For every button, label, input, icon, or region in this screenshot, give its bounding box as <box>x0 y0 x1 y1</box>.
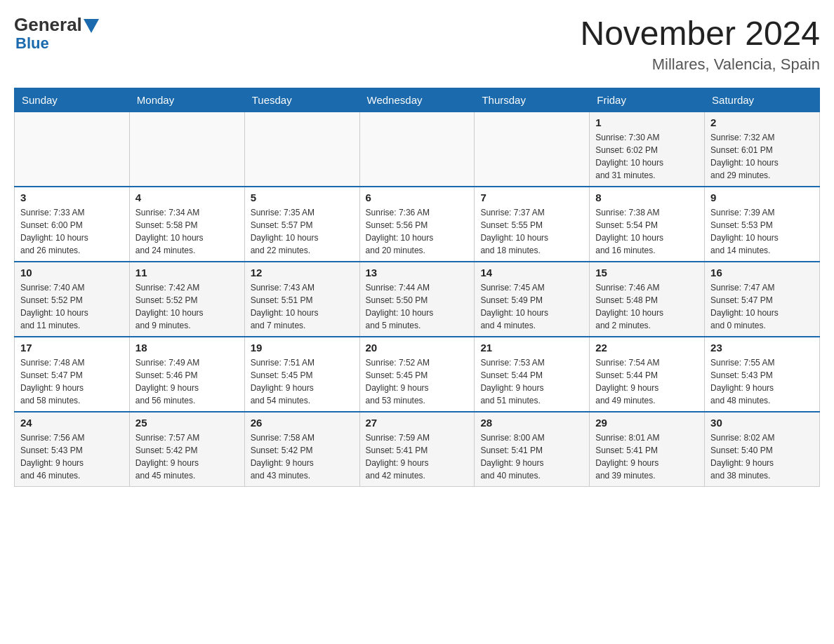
calendar-cell: 8Sunrise: 7:38 AMSunset: 5:54 PMDaylight… <box>590 187 705 262</box>
location-subtitle: Millares, Valencia, Spain <box>580 55 820 74</box>
day-info: Sunrise: 7:53 AMSunset: 5:44 PMDaylight:… <box>480 356 583 407</box>
day-number: 10 <box>20 267 124 279</box>
page-header: General Blue November 2024 Millares, Val… <box>14 14 820 74</box>
day-number: 5 <box>251 192 354 203</box>
calendar-cell: 25Sunrise: 7:57 AMSunset: 5:42 PMDayligh… <box>129 412 244 487</box>
logo-blue-text: Blue <box>15 34 49 53</box>
day-info: Sunrise: 7:42 AMSunset: 5:52 PMDaylight:… <box>135 281 239 332</box>
calendar-header-sunday: Sunday <box>15 88 130 112</box>
day-number: 14 <box>480 267 583 279</box>
calendar-cell: 14Sunrise: 7:45 AMSunset: 5:49 PMDayligh… <box>475 262 590 337</box>
calendar-cell: 21Sunrise: 7:53 AMSunset: 5:44 PMDayligh… <box>475 337 590 412</box>
calendar-cell: 5Sunrise: 7:35 AMSunset: 5:57 PMDaylight… <box>244 187 359 262</box>
day-number: 4 <box>135 192 239 203</box>
calendar-cell: 23Sunrise: 7:55 AMSunset: 5:43 PMDayligh… <box>705 337 820 412</box>
day-info: Sunrise: 7:44 AMSunset: 5:50 PMDaylight:… <box>366 281 469 332</box>
calendar-cell: 12Sunrise: 7:43 AMSunset: 5:51 PMDayligh… <box>244 262 359 337</box>
calendar-cell: 27Sunrise: 7:59 AMSunset: 5:41 PMDayligh… <box>359 412 475 487</box>
calendar-header-saturday: Saturday <box>705 88 820 112</box>
calendar-cell: 3Sunrise: 7:33 AMSunset: 6:00 PMDaylight… <box>15 187 130 262</box>
calendar-cell: 19Sunrise: 7:51 AMSunset: 5:45 PMDayligh… <box>244 337 359 412</box>
calendar-cell: 16Sunrise: 7:47 AMSunset: 5:47 PMDayligh… <box>705 262 820 337</box>
calendar-header-wednesday: Wednesday <box>359 88 475 112</box>
day-info: Sunrise: 7:57 AMSunset: 5:42 PMDaylight:… <box>135 431 239 482</box>
calendar-cell: 24Sunrise: 7:56 AMSunset: 5:43 PMDayligh… <box>15 412 130 487</box>
day-info: Sunrise: 7:32 AMSunset: 6:01 PMDaylight:… <box>710 131 814 182</box>
day-info: Sunrise: 7:40 AMSunset: 5:52 PMDaylight:… <box>20 281 124 332</box>
day-info: Sunrise: 7:51 AMSunset: 5:45 PMDaylight:… <box>251 356 354 407</box>
day-info: Sunrise: 7:52 AMSunset: 5:45 PMDaylight:… <box>366 356 469 407</box>
day-number: 16 <box>710 267 814 279</box>
calendar-cell <box>359 112 475 187</box>
day-number: 21 <box>480 342 583 354</box>
day-info: Sunrise: 7:30 AMSunset: 6:02 PMDaylight:… <box>595 131 699 182</box>
calendar-week-row-1: 3Sunrise: 7:33 AMSunset: 6:00 PMDaylight… <box>15 187 820 262</box>
calendar-header-row: SundayMondayTuesdayWednesdayThursdayFrid… <box>15 88 820 112</box>
calendar-week-row-3: 17Sunrise: 7:48 AMSunset: 5:47 PMDayligh… <box>15 337 820 412</box>
day-info: Sunrise: 7:43 AMSunset: 5:51 PMDaylight:… <box>251 281 354 332</box>
calendar-cell: 30Sunrise: 8:02 AMSunset: 5:40 PMDayligh… <box>705 412 820 487</box>
calendar-cell: 28Sunrise: 8:00 AMSunset: 5:41 PMDayligh… <box>475 412 590 487</box>
calendar-cell <box>15 112 130 187</box>
calendar-cell: 6Sunrise: 7:36 AMSunset: 5:56 PMDaylight… <box>359 187 475 262</box>
calendar-cell: 26Sunrise: 7:58 AMSunset: 5:42 PMDayligh… <box>244 412 359 487</box>
day-info: Sunrise: 7:56 AMSunset: 5:43 PMDaylight:… <box>20 431 124 482</box>
calendar-cell <box>475 112 590 187</box>
title-block: November 2024 Millares, Valencia, Spain <box>580 14 820 74</box>
calendar-cell: 4Sunrise: 7:34 AMSunset: 5:58 PMDaylight… <box>129 187 244 262</box>
calendar-cell: 1Sunrise: 7:30 AMSunset: 6:02 PMDaylight… <box>590 112 705 187</box>
day-info: Sunrise: 7:37 AMSunset: 5:55 PMDaylight:… <box>480 206 583 257</box>
calendar-header-monday: Monday <box>129 88 244 112</box>
day-info: Sunrise: 7:49 AMSunset: 5:46 PMDaylight:… <box>135 356 239 407</box>
day-info: Sunrise: 7:39 AMSunset: 5:53 PMDaylight:… <box>710 206 814 257</box>
day-info: Sunrise: 7:33 AMSunset: 6:00 PMDaylight:… <box>20 206 124 257</box>
calendar-cell: 18Sunrise: 7:49 AMSunset: 5:46 PMDayligh… <box>129 337 244 412</box>
calendar-week-row-0: 1Sunrise: 7:30 AMSunset: 6:02 PMDaylight… <box>15 112 820 187</box>
day-info: Sunrise: 8:01 AMSunset: 5:41 PMDaylight:… <box>595 431 699 482</box>
day-number: 8 <box>595 192 699 203</box>
day-info: Sunrise: 7:46 AMSunset: 5:48 PMDaylight:… <box>595 281 699 332</box>
calendar-cell: 15Sunrise: 7:46 AMSunset: 5:48 PMDayligh… <box>590 262 705 337</box>
calendar-cell: 9Sunrise: 7:39 AMSunset: 5:53 PMDaylight… <box>705 187 820 262</box>
logo-general-text: General <box>14 14 82 36</box>
day-number: 23 <box>710 342 814 354</box>
day-info: Sunrise: 7:35 AMSunset: 5:57 PMDaylight:… <box>251 206 354 257</box>
month-year-title: November 2024 <box>580 14 820 53</box>
calendar-header-thursday: Thursday <box>475 88 590 112</box>
day-number: 25 <box>135 417 239 429</box>
day-number: 12 <box>251 267 354 279</box>
day-number: 30 <box>710 417 814 429</box>
day-number: 7 <box>480 192 583 203</box>
day-number: 3 <box>20 192 124 203</box>
day-info: Sunrise: 7:36 AMSunset: 5:56 PMDaylight:… <box>366 206 469 257</box>
day-number: 9 <box>710 192 814 203</box>
day-info: Sunrise: 7:34 AMSunset: 5:58 PMDaylight:… <box>135 206 239 257</box>
day-number: 28 <box>480 417 583 429</box>
day-number: 20 <box>366 342 469 354</box>
day-info: Sunrise: 7:48 AMSunset: 5:47 PMDaylight:… <box>20 356 124 407</box>
calendar-table: SundayMondayTuesdayWednesdayThursdayFrid… <box>14 88 820 487</box>
day-number: 15 <box>595 267 699 279</box>
day-number: 22 <box>595 342 699 354</box>
calendar-cell: 7Sunrise: 7:37 AMSunset: 5:55 PMDaylight… <box>475 187 590 262</box>
day-number: 11 <box>135 267 239 279</box>
day-number: 27 <box>366 417 469 429</box>
calendar-cell: 22Sunrise: 7:54 AMSunset: 5:44 PMDayligh… <box>590 337 705 412</box>
day-number: 29 <box>595 417 699 429</box>
calendar-cell: 20Sunrise: 7:52 AMSunset: 5:45 PMDayligh… <box>359 337 475 412</box>
calendar-cell: 2Sunrise: 7:32 AMSunset: 6:01 PMDaylight… <box>705 112 820 187</box>
calendar-cell: 11Sunrise: 7:42 AMSunset: 5:52 PMDayligh… <box>129 262 244 337</box>
calendar-cell: 13Sunrise: 7:44 AMSunset: 5:50 PMDayligh… <box>359 262 475 337</box>
day-info: Sunrise: 7:45 AMSunset: 5:49 PMDaylight:… <box>480 281 583 332</box>
day-info: Sunrise: 7:54 AMSunset: 5:44 PMDaylight:… <box>595 356 699 407</box>
calendar-week-row-2: 10Sunrise: 7:40 AMSunset: 5:52 PMDayligh… <box>15 262 820 337</box>
day-number: 13 <box>366 267 469 279</box>
day-number: 1 <box>595 116 699 128</box>
day-info: Sunrise: 7:55 AMSunset: 5:43 PMDaylight:… <box>710 356 814 407</box>
day-info: Sunrise: 7:58 AMSunset: 5:42 PMDaylight:… <box>251 431 354 482</box>
calendar-week-row-4: 24Sunrise: 7:56 AMSunset: 5:43 PMDayligh… <box>15 412 820 487</box>
day-number: 26 <box>251 417 354 429</box>
calendar-cell: 10Sunrise: 7:40 AMSunset: 5:52 PMDayligh… <box>15 262 130 337</box>
calendar-cell: 17Sunrise: 7:48 AMSunset: 5:47 PMDayligh… <box>15 337 130 412</box>
calendar-cell: 29Sunrise: 8:01 AMSunset: 5:41 PMDayligh… <box>590 412 705 487</box>
